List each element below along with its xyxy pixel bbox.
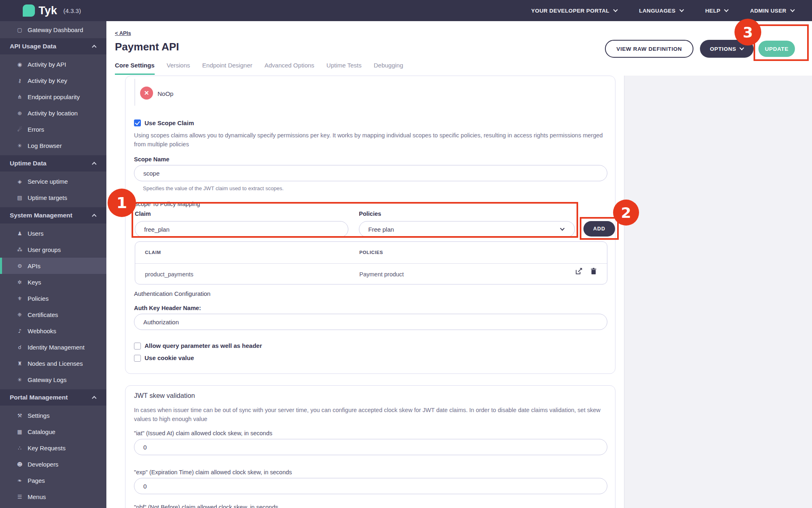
section-label: System Management	[10, 212, 72, 219]
sidebar-section-uptime-data[interactable]: Uptime Data	[0, 155, 106, 172]
sidebar-item-identity-management[interactable]: ☌ Identity Management	[0, 339, 106, 355]
menu-icon: ☰	[16, 494, 23, 500]
sidebar-item-label: Policies	[28, 295, 49, 302]
branch-icon: ⋔	[16, 94, 23, 100]
tyk-logo[interactable]: Tyk (4.3.3)	[23, 4, 81, 17]
version-label: (4.3.3)	[63, 7, 81, 14]
sidebar-item-key-requests[interactable]: ∴ Key Requests	[0, 440, 106, 456]
sidebar-item-webhooks[interactable]: ♪ Webhooks	[0, 323, 106, 339]
menu-developer-portal[interactable]: YOUR DEVELOPER PORTAL	[531, 8, 617, 14]
sidebar-section-system-management[interactable]: System Management	[0, 207, 106, 224]
delete-icon[interactable]	[590, 267, 597, 275]
sidebar-item-uptime-targets[interactable]: ▤ Uptime targets	[0, 189, 106, 206]
sidebar-item-label: Nodes and Licenses	[28, 360, 83, 367]
auth-key-header-input[interactable]	[134, 314, 607, 330]
sidebar-item-catalogue[interactable]: ▦ Catalogue	[0, 423, 106, 440]
nbf-skew-label: "nbf" (Not Before) claim allowed clock s…	[134, 504, 278, 508]
options-label: OPTIONS	[710, 46, 736, 52]
sidebar-item-label: Keys	[28, 279, 41, 286]
content-right-gutter	[624, 76, 812, 508]
tab-advanced-options[interactable]: Advanced Options	[264, 62, 314, 75]
sidebar-item-label: APIs	[28, 263, 41, 269]
sidebar-item-label: Catalogue	[28, 428, 55, 435]
chevron-down-icon	[679, 7, 684, 12]
top-bar: Tyk (4.3.3) YOUR DEVELOPER PORTAL LANGUA…	[0, 0, 812, 21]
exp-skew-input[interactable]	[134, 478, 607, 494]
tab-endpoint-designer[interactable]: Endpoint Designer	[202, 62, 252, 75]
sidebar-item-errors[interactable]: ☄ Errors	[0, 121, 106, 137]
sidebar-item-developers[interactable]: ☻ Developers	[0, 456, 106, 472]
sidebar-item-activity-by-api[interactable]: ◉ Activity by API	[0, 56, 106, 72]
tab-versions[interactable]: Versions	[167, 62, 190, 75]
sidebar-item-gateway-dashboard[interactable]: ▢ Gateway Dashboard	[0, 21, 106, 38]
sidebar-item-log-browser[interactable]: ✳ Log Browser	[0, 137, 106, 154]
chevron-down-icon	[613, 7, 618, 12]
menu-admin-user[interactable]: ADMIN USER	[750, 8, 794, 14]
sidebar-item-label: Log Browser	[28, 142, 62, 149]
people-icon: ☻	[16, 461, 23, 467]
sidebar-item-activity-by-key[interactable]: ⚷ Activity by Key	[0, 72, 106, 89]
remove-noop-icon[interactable]: ✕	[140, 87, 153, 100]
chevron-down-icon	[740, 46, 744, 50]
menu-label: LANGUAGES	[639, 8, 676, 14]
allow-query-param-checkbox[interactable]	[134, 343, 141, 350]
sidebar-item-label: Webhooks	[28, 328, 56, 334]
sidebar-item-activity-by-location[interactable]: ⊕ Activity by location	[0, 105, 106, 121]
sidebar-item-users[interactable]: ♟ Users	[0, 225, 106, 241]
keys-icon: ✲	[16, 279, 23, 285]
sidebar-item-label: Gateway Logs	[28, 376, 67, 383]
sidebar-item-pages[interactable]: ❧ Pages	[0, 472, 106, 488]
scope-name-input[interactable]	[134, 165, 607, 181]
annotation-box-1	[132, 202, 578, 238]
view-raw-definition-button[interactable]: VIEW RAW DEFINITION	[605, 40, 693, 58]
leaf-icon: ❧	[16, 478, 23, 484]
sidebar-item-label: Service uptime	[28, 178, 68, 185]
bug-icon: ✳	[16, 377, 23, 383]
use-scope-claim-label: Use Scope Claim	[145, 119, 194, 126]
tab-core-settings[interactable]: Core Settings	[115, 62, 155, 75]
sidebar-item-label: Users	[28, 230, 43, 237]
use-cookie-value-label: Use cookie value	[145, 354, 194, 361]
sidebar-item-label: Key Requests	[28, 445, 65, 452]
page-title: Payment API	[115, 41, 179, 53]
sidebar-item-nodes-and-licenses[interactable]: ♜ Nodes and Licenses	[0, 355, 106, 371]
annotation-box-3	[754, 24, 809, 61]
iat-skew-input[interactable]	[134, 439, 607, 455]
users-icon: ⁂	[16, 247, 23, 253]
use-scope-claim-checkbox[interactable]	[134, 119, 141, 126]
chevron-up-icon	[92, 162, 96, 166]
sidebar-item-endpoint-popularity[interactable]: ⋔ Endpoint popularity	[0, 89, 106, 105]
edit-icon[interactable]	[575, 267, 583, 275]
breadcrumb[interactable]: < APIs	[115, 30, 131, 36]
sidebar-section-api-usage-data[interactable]: API Usage Data	[0, 38, 106, 54]
chevron-up-icon	[92, 396, 96, 400]
sidebar-item-keys[interactable]: ✲ Keys	[0, 274, 106, 290]
sidebar-item-gateway-logs[interactable]: ✳ Gateway Logs	[0, 371, 106, 388]
tab-uptime-tests[interactable]: Uptime Tests	[326, 62, 361, 75]
brand-name: Tyk	[39, 4, 57, 17]
sidebar-item-apis[interactable]: ⚙ APIs	[0, 258, 106, 274]
auth-configuration-heading: Authentication Configuration	[134, 290, 210, 297]
menu-help[interactable]: HELP	[705, 8, 728, 14]
use-cookie-value-checkbox[interactable]	[134, 355, 141, 362]
section-label: Portal Management	[10, 394, 68, 401]
sidebar-item-user-groups[interactable]: ⁂ User groups	[0, 241, 106, 258]
sidebar-item-menus[interactable]: ☰ Menus	[0, 488, 106, 505]
sidebar-item-label: Activity by Key	[28, 77, 67, 84]
sidebar-item-label: Identity Management	[28, 344, 84, 351]
sidebar-item-label: Pages	[28, 477, 45, 484]
menu-languages[interactable]: LANGUAGES	[639, 8, 683, 14]
table-header-row: CLAIM POLICIES	[135, 242, 607, 264]
gears-icon: ⚙	[16, 263, 23, 269]
sidebar-item-service-uptime[interactable]: ◈ Service uptime	[0, 173, 106, 189]
sidebar-item-policies[interactable]: ⚜ Policies	[0, 290, 106, 306]
sidebar-section-portal-management[interactable]: Portal Management	[0, 389, 106, 406]
tab-debugging[interactable]: Debugging	[374, 62, 403, 75]
sidebar-item-certificates[interactable]: ❈ Certificates	[0, 306, 106, 323]
sidebar-item-label: Menus	[28, 493, 46, 500]
sidebar-item-settings[interactable]: ⚒ Settings	[0, 407, 106, 423]
sidebar-item-label: Uptime targets	[28, 194, 67, 201]
chevron-up-icon	[92, 214, 96, 218]
paw-icon: ∴	[16, 445, 23, 451]
annotation-step-3: 3	[734, 19, 761, 46]
